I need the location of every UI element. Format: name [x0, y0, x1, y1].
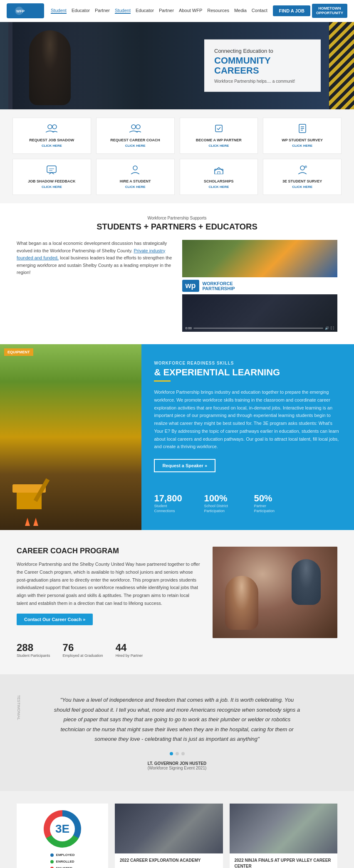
wp-partner-icon	[184, 124, 254, 136]
coach-stat-participants: 288 Student Participants	[17, 642, 50, 658]
spe-link[interactable]: Private industry founded and funded,	[17, 248, 165, 261]
svg-point-19	[304, 165, 307, 168]
exp-stats: 17,800 Student Connections 100% School D…	[154, 493, 342, 513]
three-e-section: 3E EMPLOYED ENROLLED ENLISTED THE 3E PRO…	[0, 791, 354, 868]
nav-contact[interactable]: Contact	[252, 8, 267, 14]
coach-photo	[213, 547, 337, 638]
employed-label: EMPLOYED	[56, 852, 75, 858]
three-e-enrolled-row: ENROLLED	[50, 858, 75, 865]
spe-photo	[182, 240, 338, 277]
quote-pagination	[33, 752, 321, 755]
nav-student2[interactable]: Student	[115, 8, 131, 14]
three-e-card-1-title: 2022 CAREER EXPLORATION ACADEMY	[120, 858, 218, 863]
coach-stat-employed: 76 Employed at Graduation	[63, 642, 103, 658]
exp-learning-section: EQUIPMENT WORKFORCE READINESS SKILLS & E…	[0, 344, 354, 530]
quick-link-hire-student-title: HIRE A STUDENT	[101, 179, 170, 183]
equipment-sign: EQUIPMENT	[4, 348, 33, 356]
quick-link-job-shadow[interactable]: REQUEST JOB SHADOW CLICK HERE	[12, 118, 91, 154]
contact-coach-button[interactable]: Contact Our Career Coach »	[17, 614, 93, 625]
three-e-card-2-img	[230, 804, 338, 853]
three-e-labels: EMPLOYED ENROLLED ENLISTED	[50, 852, 75, 868]
svg-text:WFP: WFP	[16, 9, 25, 13]
quick-link-job-shadow-action[interactable]: CLICK HERE	[17, 144, 87, 148]
quick-link-student-survey[interactable]: WP STUDENT SURVEY CLICK HERE	[263, 118, 342, 154]
quote-dot-2[interactable]	[176, 752, 179, 755]
spe-media: wp WORKFORCEPARTNERSHIP ▶ 0:00 🔊 ⛶	[182, 240, 338, 332]
svg-rect-12	[47, 166, 56, 173]
testimonial-label: TESTIMONIAL	[17, 695, 21, 720]
quick-link-job-feedback-action[interactable]: CLICK HERE	[17, 185, 87, 189]
find-job-button[interactable]: FIND A JOB	[273, 5, 310, 16]
scholarships-icon	[184, 165, 254, 177]
spe-logo-row: wp WORKFORCEPARTNERSHIP	[182, 280, 338, 292]
spe-video[interactable]: ▶ 0:00 🔊 ⛶	[182, 294, 338, 332]
quick-link-student-survey-action[interactable]: CLICK HERE	[267, 144, 337, 148]
three-e-card-1[interactable]: 2022 CAREER EXPLORATION ACADEMY	[115, 804, 223, 868]
hero-title: COMMUNITY CAREERS	[214, 56, 311, 76]
wp-logo-text: WORKFORCEPARTNERSHIP	[203, 281, 235, 291]
stat-participants-number: 288	[17, 642, 50, 653]
stat-hired-label: Hired by Partner	[116, 653, 143, 658]
site-logo[interactable]: WFP	[7, 3, 44, 18]
nav-resources[interactable]: Resources	[207, 8, 229, 14]
quick-link-hire-student[interactable]: HIRE A STUDENT CLICK HERE	[96, 159, 175, 195]
nav-educator2[interactable]: Educator	[136, 8, 154, 14]
exp-content: WORKFORCE READINESS SKILLS & EXPERIENTIA…	[141, 344, 354, 530]
svg-point-15	[133, 166, 137, 170]
nav-student1[interactable]: Student	[51, 8, 67, 14]
stat-employed-number: 76	[63, 642, 103, 653]
employed-dot	[50, 853, 54, 857]
quick-link-scholarships-action[interactable]: CLICK HERE	[184, 185, 254, 189]
quote-dot-1[interactable]	[170, 752, 173, 755]
nav-about[interactable]: About WFP	[179, 8, 202, 14]
spe-content: What began as a local economic developme…	[17, 240, 337, 332]
stat-school-number: 100%	[204, 493, 237, 504]
stat-school-label: School District Participation	[204, 504, 237, 513]
nav-partner2[interactable]: Partner	[159, 8, 174, 14]
quick-links-section: REQUEST JOB SHADOW CLICK HERE REQUEST CA…	[0, 109, 354, 203]
hero-description: Workforce Partnership helps.... a commun…	[214, 79, 311, 84]
three-e-card-2-body: 2022 NINJA FINALS AT UPPER VALLEY CAREER…	[230, 853, 338, 868]
quick-link-3e-survey-action[interactable]: CLICK HERE	[267, 185, 337, 189]
svg-rect-7	[215, 125, 222, 132]
quick-link-hire-student-action[interactable]: CLICK HERE	[101, 185, 170, 189]
exp-text: Workforce Partnership brings industry an…	[154, 388, 342, 451]
wp-logo: wp	[182, 280, 199, 292]
stat-connections-number: 17,800	[154, 493, 187, 504]
three-e-grid: 3E EMPLOYED ENROLLED ENLISTED THE 3E PRO…	[17, 804, 337, 868]
exp-stat-school: 100% School District Participation	[204, 493, 237, 513]
quick-link-wp-partner-action[interactable]: CLICK HERE	[184, 144, 254, 148]
hire-student-icon	[101, 165, 170, 177]
svg-point-5	[131, 125, 136, 129]
quick-link-student-survey-title: WP STUDENT SURVEY	[267, 138, 337, 142]
quick-link-scholarships[interactable]: SCHOLARSHIPS CLICK HERE	[180, 159, 258, 195]
quote-dot-3[interactable]	[181, 752, 185, 755]
coach-stats: 288 Student Participants 76 Employed at …	[17, 642, 200, 658]
nav-media[interactable]: Media	[234, 8, 247, 14]
request-speaker-button[interactable]: Request a Speaker »	[154, 459, 215, 472]
stat-connections-label: Student Connections	[154, 504, 187, 513]
three-e-circle: 3E	[44, 810, 81, 848]
nav-educator1[interactable]: Educator	[72, 8, 90, 14]
quick-links-row1: REQUEST JOB SHADOW CLICK HERE REQUEST CA…	[12, 118, 342, 154]
quick-link-career-coach-action[interactable]: CLICK HERE	[101, 144, 170, 148]
stat-hired-number: 44	[116, 642, 143, 653]
exp-accent-line	[154, 380, 171, 382]
hero-figure	[12, 22, 112, 109]
quick-link-3e-survey-title: 3E STUDENT SURVEY	[267, 179, 337, 183]
three-e-card-2[interactable]: 2022 NINJA FINALS AT UPPER VALLEY CAREER…	[230, 804, 338, 868]
nav-partner1[interactable]: Partner	[95, 8, 110, 14]
quick-link-3e-survey[interactable]: 3E STUDENT SURVEY CLICK HERE	[263, 159, 342, 195]
quick-link-wp-partner[interactable]: BECOME A WP PARTNER CLICK HERE	[180, 118, 258, 154]
enrolled-label: ENROLLED	[56, 858, 74, 865]
svg-point-6	[136, 125, 140, 129]
quick-link-career-coach[interactable]: REQUEST CAREER COACH CLICK HERE	[96, 118, 175, 154]
stat-partner-number: 50%	[254, 493, 287, 504]
exp-image-bg	[0, 344, 141, 530]
3e-survey-icon	[267, 165, 337, 177]
video-progress-bar[interactable]	[193, 328, 323, 329]
quick-link-job-feedback[interactable]: JOB SHADOW FEEDBACK CLICK HERE	[12, 159, 91, 195]
quick-link-wp-partner-title: BECOME A WP PARTNER	[184, 138, 254, 142]
svg-point-3	[48, 125, 52, 129]
quick-link-career-coach-title: REQUEST CAREER COACH	[101, 138, 170, 142]
